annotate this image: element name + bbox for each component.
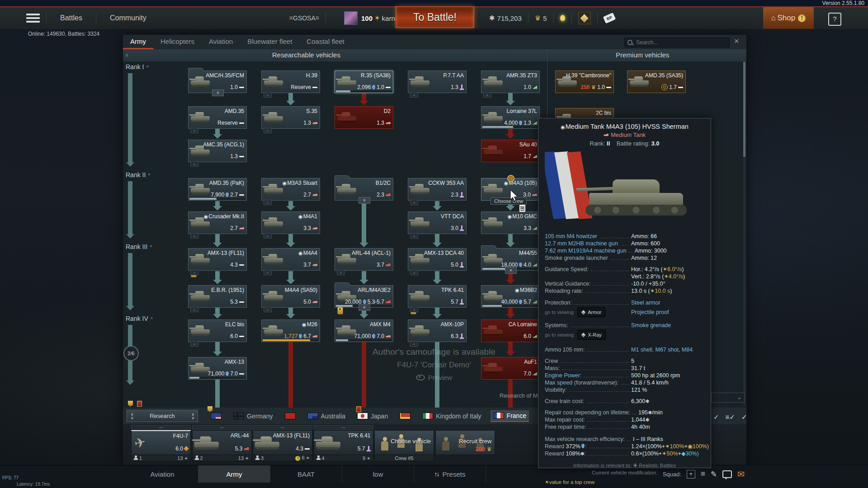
vehicle-cell-m10-gmc[interactable]: ◉M10 GMC3.3 [481,211,540,234]
vehicle-cell-m36b2[interactable]: ◉M36B240,0005.7 [481,285,540,308]
premium-diamond-icon[interactable] [578,12,591,24]
nation-china[interactable] [397,411,413,421]
rank-label[interactable]: Rank III^ [126,243,152,250]
stat-row[interactable]: 12.7 mm M2HB machine gunAmmo: 600 [545,240,704,247]
tab-bluewater-fleet[interactable]: Bluewater fleet [240,35,299,49]
vehicle-cell-amr-35-zt3[interactable]: AMR.35 ZT31.0 [481,70,540,93]
help-button[interactable]: ? [828,13,841,26]
vehicle-cell-amx-13-dca-40[interactable]: AMX-13 DCA 405.0 [408,248,467,271]
crew-slot-2[interactable]: —ARL-445.3 213✦ [192,425,252,461]
vehicle-cell-arl-m4a3e2[interactable]: ARL/M4A3E220,0005.3-5.7≡ [335,285,393,308]
filter-dropdown[interactable]: ⌄ [711,393,745,403]
preview-label[interactable]: Preview [428,374,452,381]
vehicle-cell-cckw-353-aa[interactable]: CCKW 353 AA2.3 [408,178,467,201]
rank-label[interactable]: Rank I^ [126,63,149,70]
vehicle-cell-e-b-r-1951-[interactable]: E.B.R. (1951)5.3 [188,285,247,308]
vehicle-cell-amd-35-pak-[interactable]: AMD.35 (PaK)7,9002.7 [188,178,247,201]
vehicle-cell-amc-h-35-fcm[interactable]: AMC/H.35/FCM1.0≡ [188,70,247,93]
nation-germany[interactable]: Germany [231,411,276,422]
avatar[interactable] [344,11,358,25]
nation-france[interactable]: France [491,410,529,422]
stat-row[interactable]: Max speed (forward/reverse):41.8 / 5.4 k… [545,379,704,386]
nation-usa[interactable] [208,411,224,421]
tab-coastal-fleet[interactable]: Coastal fleet [299,35,351,49]
chat-icon[interactable] [722,470,732,478]
nation-ussr[interactable] [282,411,298,421]
crew-slot-5[interactable]: Choose vehicleCrew #5 [374,425,434,461]
vehicle-cell-p-7-t-aa[interactable]: P.7.T AA1.3 [408,70,467,93]
folder-expand-button[interactable]: ≡ [359,197,370,204]
check-icon[interactable]: ✓ [741,413,747,421]
folder-expand-button[interactable]: ≡ [505,267,517,274]
vehicle-cell-ca-lorraine[interactable]: CA Lorraine6.0 [481,319,540,342]
vehicle-cell-arl-44-acl-1-[interactable]: ARL-44 (ACL-1)3.7 [335,248,393,271]
vehicle-cell-amd-35-sa35-[interactable]: AMD.35 (SA35)G1.7 [627,70,686,93]
vehicle-cell-m4a4[interactable]: ◉M4A43.7 [261,248,320,271]
clan-tag[interactable]: =GSOSA= [289,14,319,22]
research-dropdown-button[interactable]: ∨∨ Research ∨∨ [127,410,198,422]
vehicle-cell-amx-13-fl11-[interactable]: AMX-13 (FL11)4.3 [188,248,247,271]
crew-slot-6[interactable]: Recruit crew200 ♛ [435,425,495,461]
vehicle-cell-m4a1[interactable]: ◉M4A13.3 [261,211,320,234]
vehicle-cell-h-39[interactable]: H.39Reserve [261,70,320,93]
stat-row[interactable]: 7.62 mm M1919A4 machine gunAmmo: 3000 [545,247,704,254]
vehicle-cell-lorraine-37l[interactable]: Lorraine 37L4,0001.3 [481,106,540,129]
vehicle-cell-amx-m4[interactable]: AMX M471,0007.0 [335,319,393,342]
vehicle-cell-amx-10p[interactable]: AMX-10P6.3 [408,319,467,342]
menu-battles[interactable]: Battles [53,14,90,22]
x-ray-view-button[interactable]: X-Ray [577,330,606,340]
tab-helicopters[interactable]: Helicopters [153,35,202,49]
vehicle-cell-d2[interactable]: D21.3 [335,106,393,129]
menu-icon[interactable] [26,12,40,24]
vehicle-cell-b1-2c[interactable]: B1/2C2.3≡ [335,178,393,201]
double-check-icon[interactable]: ≡✓ [726,413,735,421]
tab-aviation[interactable]: Aviation [202,35,240,49]
battlepass-icon[interactable]: BP [603,13,615,23]
crew-slot-1[interactable]: —✈F4U-76.0 113✦ [131,425,191,461]
vehicle-cell-elc-bis[interactable]: ELC bis6.0 [188,319,247,342]
vehicle-cell-m44-55[interactable]: M44/5518,0004.0≡ [481,248,540,271]
close-icon[interactable]: × [734,37,739,46]
to-battle-button[interactable]: To Battle! [396,6,474,28]
scrollbar[interactable] [743,62,745,405]
bulb-boost-icon[interactable] [560,15,565,21]
armor-view-button[interactable]: Armor [577,307,605,317]
vehicle-cell-vtt-dca[interactable]: VTT DCA3.0 [408,211,467,234]
rank-label[interactable]: Rank IV^ [126,315,153,322]
rank-label[interactable]: Rank II^ [126,171,151,178]
stat-row[interactable]: Engine Power:500 hp at 2600 rpm [545,372,704,379]
vehicle-cell-m26[interactable]: ◉M261,7276.7 [261,319,320,342]
vehicle-cell-amd-35[interactable]: AMD.35Reserve [188,106,247,129]
search-box[interactable] [624,38,730,47]
taskbar-tab-presets[interactable]: ↑↓Presets [414,465,486,483]
search-input[interactable] [635,39,726,46]
slot-order-bar[interactable]: — [192,425,252,430]
crew-slot-4[interactable]: —TPK 6.415.7 49✦ [314,425,373,461]
taskbar-tab-aviation[interactable]: Aviation [127,465,198,483]
vehicle-cell-m4a4-sa50-[interactable]: M4A4 (SA50)5.0 [261,285,320,308]
slot-order-bar[interactable]: — [314,425,373,430]
folder-expand-button[interactable]: ≡ [212,89,224,96]
crew-slot-3[interactable]: —AMX-13 (FL11)4.3 3!6✦ [253,425,312,461]
taskbar-tab-low[interactable]: low [342,465,414,483]
scrollbar-thumb[interactable] [743,62,745,157]
stat-row[interactable]: 105 mm M4 howitzerAmmo: 66 [545,233,704,240]
vehicle-cell-amx-13[interactable]: AMX-1371,0007.0 [188,357,247,380]
vehicle-cell-tpk-6-41[interactable]: TPK 6.415.7 [408,285,467,308]
vehicle-cell-m3a3-stuart[interactable]: ◉M3A3 Stuart2.7 [261,178,320,201]
taskbar-tab-army[interactable]: Army [198,465,270,483]
vehicle-cell-h-39-cambronne-[interactable]: H.39 "Cambronne"250♛1.0 [555,70,614,93]
vehicle-cell-auf1[interactable]: AuF17.0 [481,357,540,380]
nation-japan[interactable]: Japan [354,411,391,422]
mail-icon[interactable]: ✉ [737,469,745,479]
menu-community[interactable]: Community [103,14,154,22]
tab-army[interactable]: Army [123,35,153,49]
shop-button[interactable]: ⌂ Shop ! [763,7,814,29]
folder-expand-button[interactable]: ≡ [359,304,370,311]
nation-australia[interactable]: Australia [305,411,348,422]
golden-eagles-amount[interactable]: 5 [543,14,547,22]
taskbar-tab-baat[interactable]: BAAT [270,465,342,483]
vehicle-cell-s-35[interactable]: S.351.3 [261,106,320,129]
vehicle-cell-r-35-sa38-[interactable]: R.35 (SA38)2,0961.0 [335,70,393,93]
vehicle-cell-sau-40[interactable]: SAu 401.7 [481,140,540,162]
